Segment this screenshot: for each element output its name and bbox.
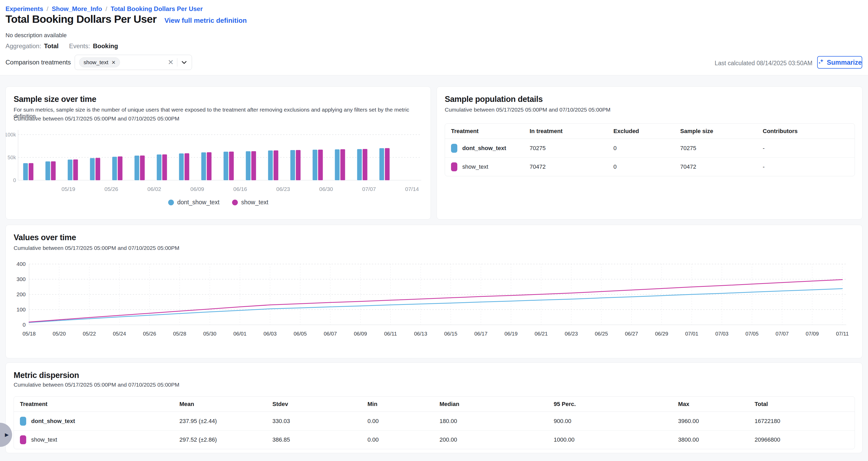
table-cell: 0.00 <box>368 436 439 443</box>
table-row-dont_show_text: dont_show_text237.95 (±2.44)330.030.0018… <box>14 412 855 430</box>
table-cell: 1000.00 <box>554 436 678 443</box>
values-over-time-card: Values over time Cumulative between 05/1… <box>5 225 863 358</box>
svg-text:07/03: 07/03 <box>715 331 728 337</box>
svg-text:300: 300 <box>17 276 26 282</box>
svg-text:05/28: 05/28 <box>173 331 186 337</box>
treatment-chip-label: show_text <box>84 59 108 65</box>
chart-legend: dont_show_textshow_text <box>6 199 431 206</box>
svg-text:06/30: 06/30 <box>319 186 333 192</box>
legend-dot <box>232 199 238 205</box>
breadcrumb-metric-name[interactable]: Total Booking Dollars Per User <box>111 5 203 12</box>
treatment-swatch <box>451 144 457 153</box>
chip-remove-icon[interactable]: ✕ <box>112 59 116 65</box>
svg-text:06/19: 06/19 <box>504 331 518 337</box>
treatment-name: dont_show_text <box>31 418 75 425</box>
svg-text:06/05: 06/05 <box>293 331 307 337</box>
svg-text:05/18: 05/18 <box>23 331 36 337</box>
breadcrumb: Experiments / Show_More_Info / Total Boo… <box>5 5 203 12</box>
svg-text:06/21: 06/21 <box>534 331 548 337</box>
svg-text:06/23: 06/23 <box>276 186 290 192</box>
table-cell: 0.00 <box>368 418 439 425</box>
table-cell: 200.00 <box>439 436 554 443</box>
last-calculated-text: Last calculated 08/14/2025 03:50AM <box>715 60 812 67</box>
values-over-time-title: Values over time <box>13 233 76 242</box>
table-cell: - <box>763 145 855 152</box>
svg-text:06/27: 06/27 <box>625 331 638 337</box>
treatment-name: show_text <box>462 163 488 170</box>
breadcrumb-separator: / <box>46 5 49 12</box>
table-cell: 16722180 <box>754 418 855 425</box>
values-line-chart: 05/1805/2005/2205/2405/2605/2805/3006/01… <box>6 259 863 340</box>
table-cell: 70275 <box>680 145 763 152</box>
svg-text:07/09: 07/09 <box>806 331 819 337</box>
svg-text:06/03: 06/03 <box>264 331 277 337</box>
expand-arrow-icon: ► <box>4 431 10 438</box>
treatment-name: dont_show_text <box>462 145 506 152</box>
legend-item-show_text[interactable]: show_text <box>232 199 269 206</box>
svg-text:200: 200 <box>17 291 26 297</box>
treatment-swatch <box>20 435 26 444</box>
column-header: Median <box>439 401 554 407</box>
sample-size-title: Sample size over time <box>13 95 96 104</box>
view-metric-definition-link[interactable]: View full metric definition <box>164 17 247 25</box>
comparison-treatments-select[interactable]: show_text ✕ ✕ <box>75 55 192 70</box>
svg-text:06/11: 06/11 <box>384 331 397 337</box>
sample-size-card: Sample size over time For sum metrics, s… <box>5 86 431 219</box>
legend-label: dont_show_text <box>177 199 219 206</box>
table-cell: 297.52 (±2.86) <box>179 436 272 443</box>
breadcrumb-experiments[interactable]: Experiments <box>5 5 43 12</box>
events-value: Booking <box>93 42 118 50</box>
summarize-button[interactable]: Summarize <box>817 56 862 69</box>
table-cell: 900.00 <box>554 418 678 425</box>
breadcrumb-experiment-name[interactable]: Show_More_Info <box>52 5 102 12</box>
events-label: Events: <box>69 42 90 50</box>
chevron-down-icon[interactable] <box>181 59 188 66</box>
svg-text:100k: 100k <box>6 132 16 137</box>
column-header: Treatment <box>20 401 179 407</box>
bar-chart-svg: 050k100k05/1905/2606/0206/0906/1606/2306… <box>6 126 425 195</box>
treatment-chip[interactable]: show_text ✕ <box>79 57 120 67</box>
table-cell: - <box>763 163 855 170</box>
legend-item-dont_show_text[interactable]: dont_show_text <box>168 199 219 206</box>
legend-label: show_text <box>241 199 269 206</box>
page-header: Experiments / Show_More_Info / Total Boo… <box>0 0 868 75</box>
svg-text:06/15: 06/15 <box>444 331 457 337</box>
treatment-swatch <box>451 162 457 171</box>
comparison-treatments-label: Comparison treatments <box>5 59 71 66</box>
column-header: Mean <box>179 401 272 407</box>
column-header: Excluded <box>613 128 680 135</box>
svg-text:06/09: 06/09 <box>354 331 367 337</box>
table-row-show_text: show_text297.52 (±2.86)386.850.00200.001… <box>14 430 855 449</box>
table-cell: 70472 <box>530 163 613 170</box>
svg-text:06/17: 06/17 <box>474 331 488 337</box>
sample-size-bar-chart: 050k100k05/1905/2606/0206/0906/1606/2306… <box>6 126 425 196</box>
table-row-show_text: show_text70472070472- <box>445 157 855 176</box>
metric-dispersion-table: TreatmentMeanStdevMinMedian95 Perc.MaxTo… <box>13 396 855 449</box>
metric-dispersion-date-range: Cumulative between 05/17/2025 05:00PM an… <box>13 381 179 388</box>
svg-text:06/13: 06/13 <box>414 331 427 337</box>
sample-population-table: TreatmentIn treatmentExcludedSample size… <box>445 123 855 176</box>
aggregation-value: Total <box>44 42 59 50</box>
svg-text:07/01: 07/01 <box>685 331 698 337</box>
select-divider <box>177 58 177 66</box>
table-header-row: TreatmentMeanStdevMinMedian95 Perc.MaxTo… <box>14 397 855 412</box>
svg-text:50k: 50k <box>8 155 16 160</box>
table-header-row: TreatmentIn treatmentExcludedSample size… <box>445 124 855 139</box>
svg-text:05/24: 05/24 <box>113 331 126 337</box>
sample-population-title: Sample population details <box>445 95 543 104</box>
svg-text:0: 0 <box>13 177 16 183</box>
select-clear-icon[interactable]: ✕ <box>167 59 174 66</box>
metric-description: No description available <box>5 32 67 39</box>
table-row-dont_show_text: dont_show_text70275070275- <box>445 139 855 157</box>
values-over-time-date-range: Cumulative between 05/17/2025 05:00PM an… <box>13 245 179 251</box>
aggregation-label: Aggregation: <box>5 42 41 50</box>
svg-text:06/02: 06/02 <box>148 186 161 192</box>
legend-dot <box>168 199 174 205</box>
column-header: Contributors <box>763 128 855 135</box>
column-header: Max <box>678 401 754 407</box>
svg-text:05/26: 05/26 <box>104 186 118 192</box>
column-header: Stdev <box>272 401 368 407</box>
svg-text:100: 100 <box>17 306 26 312</box>
svg-text:07/11: 07/11 <box>836 331 849 337</box>
svg-text:07/14: 07/14 <box>405 186 419 192</box>
